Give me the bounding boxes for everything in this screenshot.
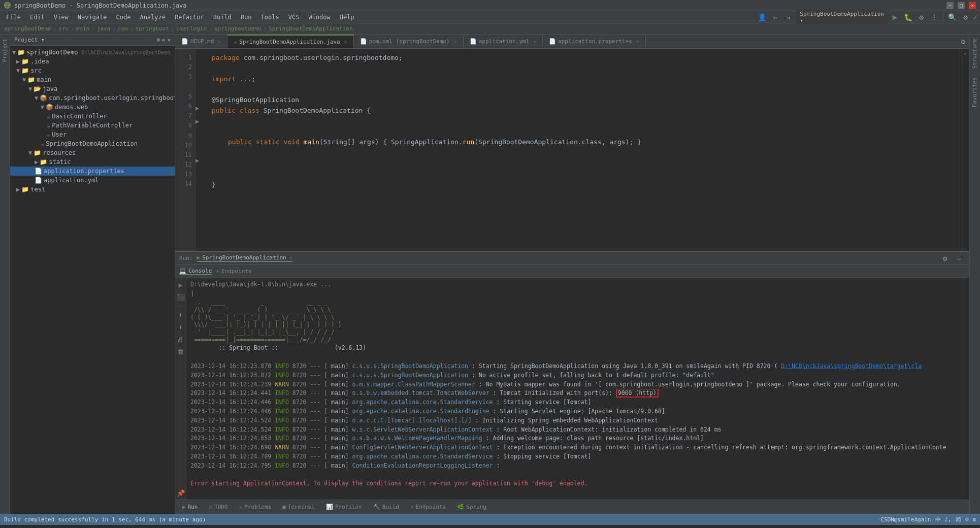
- menu-help[interactable]: Help: [336, 13, 358, 22]
- tab-springapp[interactable]: ☕ SpringBootDemoApplication.java ✕: [227, 35, 353, 48]
- favorites-label[interactable]: Favorites: [970, 75, 979, 110]
- run-gutter-main[interactable]: ▶: [195, 157, 206, 170]
- menu-view[interactable]: View: [50, 13, 73, 22]
- status-tab-terminal[interactable]: ▣ Terminal: [277, 503, 320, 511]
- maximize-button[interactable]: □: [958, 2, 965, 9]
- tab-appyml[interactable]: 📄 application.yml ✕: [464, 35, 543, 48]
- console-output[interactable]: D:\develop\Java\jdk-1.8\bin\java.exe ...…: [186, 278, 969, 500]
- coverage-button[interactable]: ⚙: [916, 12, 927, 23]
- tab-pom[interactable]: 📄 pom.xml (springBootDemo) ✕: [354, 35, 464, 48]
- debug-button[interactable]: 🐛: [902, 12, 913, 23]
- tree-item-static[interactable]: ▶ 📁 static: [10, 157, 175, 167]
- endpoints-tab[interactable]: ⚡ Endpoints: [216, 268, 251, 275]
- settings-button[interactable]: ⚙: [960, 12, 971, 23]
- structure-label[interactable]: Structure: [970, 37, 979, 71]
- tree-item-appprops[interactable]: 📄 application.properties: [10, 167, 175, 176]
- run-gutter-annotation[interactable]: ▶: [195, 105, 206, 118]
- minimize-button[interactable]: −: [946, 2, 954, 9]
- menu-refactor[interactable]: Refactor: [171, 13, 208, 22]
- status-simplified[interactable]: 简: [956, 516, 961, 523]
- menu-analyze[interactable]: Analyze: [136, 13, 170, 22]
- code-editor[interactable]: package com.springboot.userlogin.springb…: [206, 49, 962, 251]
- tab-pom-close[interactable]: ✕: [454, 39, 457, 44]
- tree-item-src[interactable]: ▼ 📁 src: [10, 66, 175, 75]
- tree-item-appyml[interactable]: 📄 application.yml: [10, 176, 175, 185]
- console-tab[interactable]: 💻 Console: [179, 268, 212, 275]
- search-everywhere-button[interactable]: 🔍: [946, 12, 958, 23]
- panel-close-icon[interactable]: ✕: [167, 37, 171, 43]
- menu-edit[interactable]: Edit: [26, 13, 49, 22]
- tab-appprops-close[interactable]: ✕: [636, 39, 639, 44]
- path-segment-springbootdemo[interactable]: springbootdemo: [214, 25, 262, 32]
- path-segment-main[interactable]: main: [76, 25, 90, 32]
- status-tab-endpoints[interactable]: ⚡ Endpoints: [405, 503, 451, 511]
- console-scroll-down[interactable]: ⬇: [176, 322, 185, 332]
- run-gutter-class[interactable]: ▶: [195, 118, 206, 131]
- menu-build[interactable]: Build: [209, 13, 236, 22]
- editor-settings-button[interactable]: ⚙: [958, 36, 969, 47]
- back-button[interactable]: ←: [769, 12, 780, 23]
- run-settings-button[interactable]: ⚙: [939, 253, 951, 264]
- path-segment-project[interactable]: springBootDemo: [4, 25, 51, 32]
- tree-item-basicctrl[interactable]: ☕ BasicController: [10, 112, 175, 121]
- tab-help[interactable]: 📄 HELP.md ✕: [175, 35, 227, 48]
- status-tab-run[interactable]: ▶ Run: [177, 503, 203, 511]
- console-clear-button[interactable]: 🗑: [176, 347, 185, 356]
- path-segment-file[interactable]: SpringBootDemoApplication: [269, 25, 353, 32]
- more-run-button[interactable]: ⋮: [929, 12, 940, 23]
- menu-tools[interactable]: Tools: [257, 13, 283, 22]
- console-stop-button[interactable]: ⬛: [176, 292, 185, 302]
- tab-springapp-close[interactable]: ✕: [344, 39, 347, 45]
- status-music[interactable]: ♪,: [945, 516, 952, 523]
- tree-item-user[interactable]: ☕ User: [10, 130, 175, 139]
- sidebar-project-label[interactable]: Project: [1, 37, 9, 64]
- menu-navigate[interactable]: Navigate: [74, 13, 111, 22]
- menu-window[interactable]: Window: [304, 13, 334, 22]
- run-config-selector[interactable]: SpringBootDemoApplication ▾: [796, 10, 887, 25]
- tree-item-springapp[interactable]: ☕ SpringBootDemoApplication: [10, 139, 175, 148]
- console-settings-button[interactable]: 📌: [176, 488, 185, 498]
- tree-item-pathctrl[interactable]: ☕ PathVariableController: [10, 121, 175, 130]
- forward-button[interactable]: →: [782, 12, 794, 23]
- status-lang[interactable]: 中: [935, 516, 941, 523]
- console-scroll-up[interactable]: ⬆: [176, 310, 185, 319]
- run-tab-close[interactable]: ✕: [289, 254, 293, 261]
- status-tab-build[interactable]: 🔨 Build: [368, 503, 404, 511]
- panel-settings-icon[interactable]: ⚙: [156, 37, 160, 43]
- path-segment-src[interactable]: src: [58, 25, 69, 32]
- status-ime[interactable]: CSDN@smileAgain: [880, 516, 931, 523]
- tree-item-demos[interactable]: ▼ 📦 demos.web: [10, 103, 175, 112]
- menu-file[interactable]: File: [2, 13, 25, 22]
- menu-run[interactable]: Run: [237, 13, 256, 22]
- run-button[interactable]: ▶: [889, 12, 900, 23]
- tab-appprops[interactable]: 📄 application.properties ✕: [543, 35, 646, 48]
- tree-item-package[interactable]: ▼ 📦 com.springboot.userlogin.springbootd…: [10, 93, 175, 103]
- tree-item-idea[interactable]: ▶ 📁 .idea: [10, 57, 175, 66]
- close-button[interactable]: ✕: [969, 2, 976, 9]
- console-print-button[interactable]: 🖨: [176, 335, 185, 344]
- console-run-button[interactable]: ▶: [176, 280, 185, 289]
- tab-help-close[interactable]: ✕: [218, 39, 221, 44]
- status-tab-profiler[interactable]: 📊 Profiler: [321, 503, 367, 511]
- status-tab-todo[interactable]: ☑ TODO: [204, 503, 233, 511]
- run-minimize-button[interactable]: —: [954, 253, 965, 264]
- status-gear[interactable]: ⚙: [972, 516, 976, 523]
- path-segment-com[interactable]: com: [118, 25, 128, 32]
- tree-item-java[interactable]: ▼ 📂 java: [10, 84, 175, 93]
- path-segment-userlogin[interactable]: userlogin: [176, 25, 207, 32]
- tree-item-main[interactable]: ▼ 📁 main: [10, 75, 175, 84]
- panel-expand-icon[interactable]: ⇔: [162, 37, 166, 43]
- path-segment-java[interactable]: java: [97, 25, 111, 32]
- tree-item-root[interactable]: ▼ 📁 springBootDemo D:\NCB\ncbJava\spring…: [10, 48, 175, 57]
- tree-item-resources[interactable]: ▼ 📁 resources: [10, 148, 175, 157]
- status-tab-spring[interactable]: 🌿 Spring: [452, 503, 492, 511]
- run-tab-app[interactable]: ▶ SpringBootDemoApplication ✕: [197, 254, 293, 262]
- menu-code[interactable]: Code: [112, 13, 135, 22]
- user-icon[interactable]: 👤: [756, 12, 767, 23]
- path-segment-springboot[interactable]: springboot: [136, 25, 169, 32]
- menu-vcs[interactable]: VCS: [284, 13, 304, 22]
- tab-appyml-close[interactable]: ✕: [533, 39, 536, 44]
- status-emoji[interactable]: ☺: [965, 516, 969, 523]
- tree-item-test[interactable]: ▶ 📁 test: [10, 185, 175, 194]
- status-tab-problems[interactable]: ⚠ Problems: [234, 503, 277, 511]
